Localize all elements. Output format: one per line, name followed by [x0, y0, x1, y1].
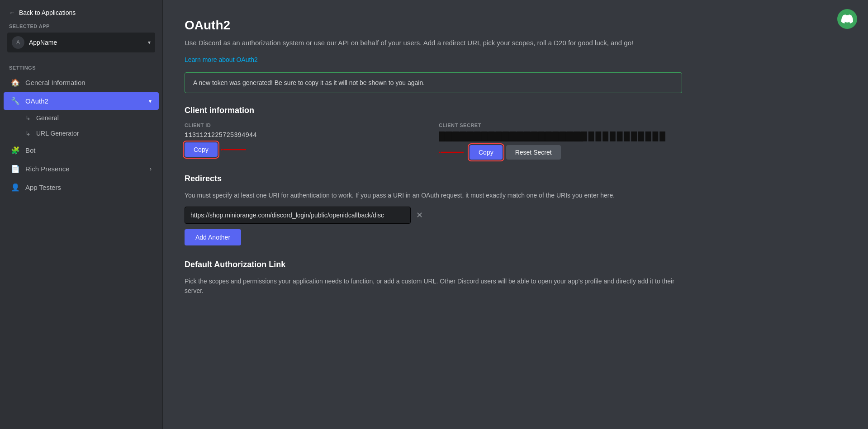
page-description: Use Discord as an authorization system o…	[185, 38, 682, 48]
arrow-annotation-left	[221, 144, 248, 155]
home-icon: 🏠	[11, 78, 20, 87]
sidebar-item-general-sub[interactable]: ↳ General	[4, 111, 159, 125]
settings-section-label: SETTINGS	[0, 58, 162, 73]
client-id-field: CLIENT ID 1131121225725394944 Copy	[185, 123, 428, 160]
info-banner: A new token was generated! Be sure to co…	[185, 72, 682, 93]
sidebar-item-app-testers[interactable]: 👤 App Testers	[4, 179, 159, 196]
client-secret-label: CLIENT SECRET	[439, 123, 682, 128]
app-name-label: AppName	[29, 39, 143, 46]
copy-client-secret-button[interactable]: Copy	[470, 145, 503, 160]
oauth2-chevron-icon: ▾	[149, 98, 152, 104]
clear-redirect-button[interactable]: ✕	[414, 208, 425, 222]
redirects-section-title: Redirects	[185, 174, 682, 184]
rich-presence-chevron-icon: ›	[150, 166, 152, 172]
redirects-description: You must specify at least one URI for au…	[185, 191, 682, 200]
rich-presence-icon: 📄	[11, 165, 20, 173]
sub-arrow-icon-2: ↳	[25, 130, 31, 137]
client-secret-field: CLIENT SECRET ██████████████████████████…	[439, 123, 682, 160]
sidebar-item-url-generator[interactable]: ↳ URL Generator	[4, 126, 159, 141]
client-info-section-title: Client information	[185, 106, 846, 115]
sidebar-item-app-testers-label: App Testers	[25, 184, 61, 191]
sidebar-item-bot[interactable]: 🧩 Bot	[4, 141, 159, 159]
sidebar-item-general-information[interactable]: 🏠 General Information	[4, 74, 159, 91]
client-id-button-row: Copy	[185, 142, 428, 157]
sidebar: ← Back to Applications SELECTED APP A Ap…	[0, 0, 163, 429]
discord-logo-icon	[841, 13, 853, 25]
client-id-value: 1131121225725394944	[185, 132, 428, 139]
default-auth-section: Default Authorization Link Pick the scop…	[185, 260, 682, 296]
page-title: OAuth2	[185, 18, 846, 33]
main-content: OAuth2 Use Discord as an authorization s…	[163, 0, 868, 429]
sub-arrow-icon: ↳	[25, 114, 31, 122]
redirects-section: Redirects You must specify at least one …	[185, 174, 682, 245]
app-selector[interactable]: A AppName ▾	[7, 33, 155, 52]
default-auth-title: Default Authorization Link	[185, 260, 682, 269]
selected-app-section: SELECTED APP A AppName ▾	[0, 24, 162, 58]
sidebar-item-general-information-label: General Information	[25, 79, 85, 86]
reset-secret-button[interactable]: Reset Secret	[506, 145, 561, 160]
sidebar-item-general-sub-label: General	[36, 114, 59, 122]
sidebar-item-rich-presence-label: Rich Presence	[25, 165, 70, 173]
client-id-label: CLIENT ID	[185, 123, 428, 128]
arrow-annotation-right	[439, 147, 466, 158]
back-to-applications-link[interactable]: ← Back to Applications	[0, 0, 162, 24]
oauth2-icon: 🔧	[11, 97, 20, 105]
redirect-input-row: ✕	[185, 207, 682, 224]
discord-avatar	[837, 9, 857, 29]
back-arrow-icon: ←	[9, 9, 15, 16]
chevron-down-icon: ▾	[148, 39, 151, 46]
sidebar-item-url-generator-label: URL Generator	[36, 130, 79, 137]
client-info-grid: CLIENT ID 1131121225725394944 Copy CLIEN…	[185, 123, 682, 160]
bot-icon: 🧩	[11, 146, 20, 155]
sidebar-item-bot-label: Bot	[25, 146, 36, 154]
learn-more-link[interactable]: Learn more about OAuth2	[185, 56, 258, 63]
client-secret-button-row: Copy Reset Secret	[439, 145, 682, 160]
app-avatar: A	[12, 36, 24, 49]
sidebar-item-oauth2[interactable]: 🔧 OAuth2 ▾	[4, 92, 159, 110]
default-auth-description: Pick the scopes and permissions your app…	[185, 277, 682, 296]
client-secret-value: ████████████████████████████████	[439, 132, 583, 141]
redirect-uri-input[interactable]	[185, 207, 411, 224]
copy-client-id-button[interactable]: Copy	[185, 142, 218, 157]
add-another-button[interactable]: Add Another	[185, 229, 241, 245]
selected-app-label: SELECTED APP	[7, 24, 155, 29]
back-to-applications-label: Back to Applications	[19, 9, 76, 16]
sidebar-item-oauth2-label: OAuth2	[25, 97, 48, 105]
app-testers-icon: 👤	[11, 183, 20, 192]
sidebar-item-rich-presence[interactable]: 📄 Rich Presence ›	[4, 160, 159, 178]
